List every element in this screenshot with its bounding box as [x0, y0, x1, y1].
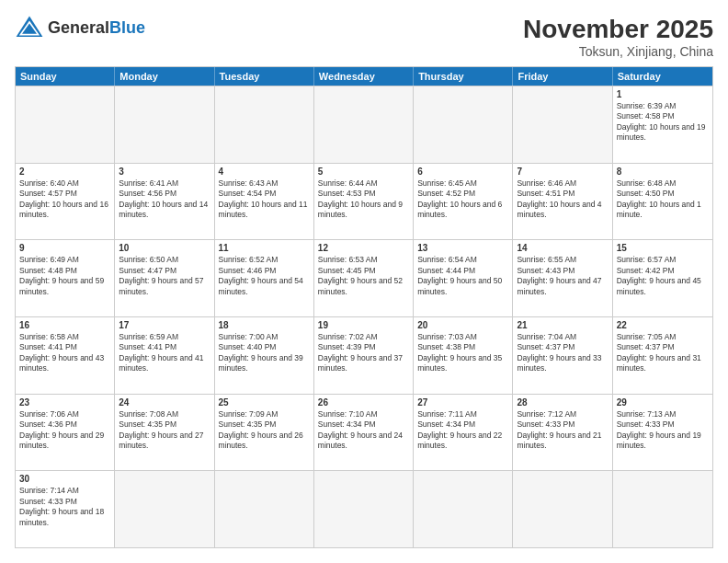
- calendar-cell: [314, 471, 414, 547]
- day-info: Sunrise: 6:49 AM Sunset: 4:48 PM Dayligh…: [19, 255, 110, 297]
- calendar-cell: [314, 86, 414, 163]
- calendar-cell: 23Sunrise: 7:06 AM Sunset: 4:36 PM Dayli…: [16, 395, 115, 471]
- calendar-cell: 15Sunrise: 6:57 AM Sunset: 4:42 PM Dayli…: [613, 240, 712, 316]
- day-info: Sunrise: 7:12 AM Sunset: 4:33 PM Dayligh…: [517, 409, 608, 452]
- day-info: Sunrise: 7:08 AM Sunset: 4:35 PM Dayligh…: [119, 409, 210, 452]
- day-number: 25: [219, 397, 310, 408]
- day-info: Sunrise: 7:13 AM Sunset: 4:33 PM Dayligh…: [617, 409, 709, 452]
- calendar-cell: 1Sunrise: 6:39 AM Sunset: 4:58 PM Daylig…: [613, 86, 712, 163]
- month-title: November 2025: [523, 15, 713, 44]
- calendar-cell: 26Sunrise: 7:10 AM Sunset: 4:34 PM Dayli…: [314, 395, 414, 471]
- day-info: Sunrise: 6:40 AM Sunset: 4:57 PM Dayligh…: [19, 178, 110, 221]
- calendar-cell: 8Sunrise: 6:48 AM Sunset: 4:50 PM Daylig…: [613, 164, 712, 240]
- calendar-row: 2Sunrise: 6:40 AM Sunset: 4:57 PM Daylig…: [16, 163, 712, 240]
- page: GeneralBlue November 2025 Toksun, Xinjia…: [0, 0, 728, 563]
- calendar-header: SundayMondayTuesdayWednesdayThursdayFrid…: [16, 67, 712, 86]
- calendar-cell: 28Sunrise: 7:12 AM Sunset: 4:33 PM Dayli…: [513, 395, 612, 471]
- day-number: 17: [119, 320, 210, 330]
- day-number: 15: [617, 243, 709, 253]
- calendar-cell: [115, 86, 214, 163]
- location-subtitle: Toksun, Xinjiang, China: [523, 44, 713, 59]
- day-number: 14: [517, 243, 608, 253]
- day-info: Sunrise: 7:00 AM Sunset: 4:40 PM Dayligh…: [219, 332, 310, 374]
- calendar-cell: 19Sunrise: 7:02 AM Sunset: 4:39 PM Dayli…: [314, 317, 414, 394]
- day-info: Sunrise: 6:44 AM Sunset: 4:53 PM Dayligh…: [318, 178, 409, 221]
- day-info: Sunrise: 7:10 AM Sunset: 4:34 PM Dayligh…: [318, 409, 409, 452]
- calendar-cell: 12Sunrise: 6:53 AM Sunset: 4:45 PM Dayli…: [314, 240, 414, 316]
- day-number: 8: [617, 167, 709, 177]
- day-info: Sunrise: 6:45 AM Sunset: 4:52 PM Dayligh…: [417, 178, 508, 221]
- day-number: 28: [517, 397, 608, 408]
- calendar-cell: 11Sunrise: 6:52 AM Sunset: 4:46 PM Dayli…: [215, 240, 314, 316]
- title-block: November 2025 Toksun, Xinjiang, China: [523, 15, 713, 59]
- calendar-cell: 9Sunrise: 6:49 AM Sunset: 4:48 PM Daylig…: [16, 240, 115, 316]
- day-number: 11: [219, 243, 310, 253]
- day-number: 22: [617, 320, 709, 330]
- day-number: 20: [417, 320, 508, 330]
- day-number: 4: [219, 167, 310, 177]
- header: GeneralBlue November 2025 Toksun, Xinjia…: [15, 15, 713, 59]
- calendar-cell: 17Sunrise: 6:59 AM Sunset: 4:41 PM Dayli…: [115, 317, 214, 394]
- day-number: 19: [318, 320, 409, 330]
- day-info: Sunrise: 6:53 AM Sunset: 4:45 PM Dayligh…: [318, 255, 409, 297]
- day-info: Sunrise: 7:06 AM Sunset: 4:36 PM Dayligh…: [19, 409, 110, 452]
- calendar-cell: [115, 471, 214, 547]
- calendar-row: 16Sunrise: 6:58 AM Sunset: 4:41 PM Dayli…: [16, 316, 712, 394]
- calendar-cell: 14Sunrise: 6:55 AM Sunset: 4:43 PM Dayli…: [513, 240, 612, 316]
- day-number: 10: [119, 243, 210, 253]
- day-of-week-sunday: Sunday: [16, 67, 115, 86]
- day-number: 24: [119, 397, 210, 408]
- day-info: Sunrise: 6:41 AM Sunset: 4:56 PM Dayligh…: [119, 178, 210, 221]
- calendar-cell: [613, 471, 712, 547]
- day-of-week-monday: Monday: [115, 67, 214, 86]
- day-info: Sunrise: 6:39 AM Sunset: 4:58 PM Dayligh…: [617, 101, 709, 144]
- day-info: Sunrise: 7:14 AM Sunset: 4:33 PM Dayligh…: [19, 486, 110, 528]
- day-info: Sunrise: 7:05 AM Sunset: 4:37 PM Dayligh…: [617, 332, 709, 374]
- day-number: 2: [19, 167, 110, 177]
- calendar-row: 1Sunrise: 6:39 AM Sunset: 4:58 PM Daylig…: [16, 86, 712, 163]
- day-info: Sunrise: 6:55 AM Sunset: 4:43 PM Dayligh…: [517, 255, 608, 297]
- day-info: Sunrise: 7:03 AM Sunset: 4:38 PM Dayligh…: [417, 332, 508, 374]
- day-info: Sunrise: 7:04 AM Sunset: 4:37 PM Dayligh…: [517, 332, 608, 374]
- day-number: 16: [19, 320, 110, 330]
- day-number: 21: [517, 320, 608, 330]
- day-of-week-wednesday: Wednesday: [314, 67, 414, 86]
- day-number: 5: [318, 167, 409, 177]
- day-info: Sunrise: 7:09 AM Sunset: 4:35 PM Dayligh…: [219, 409, 310, 452]
- logo-icon: [15, 15, 44, 40]
- calendar-cell: 29Sunrise: 7:13 AM Sunset: 4:33 PM Dayli…: [613, 395, 712, 471]
- logo: GeneralBlue: [15, 15, 145, 40]
- day-info: Sunrise: 6:46 AM Sunset: 4:51 PM Dayligh…: [517, 178, 608, 221]
- calendar-cell: 22Sunrise: 7:05 AM Sunset: 4:37 PM Dayli…: [613, 317, 712, 394]
- calendar-cell: 24Sunrise: 7:08 AM Sunset: 4:35 PM Dayli…: [115, 395, 214, 471]
- day-number: 23: [19, 397, 110, 408]
- day-info: Sunrise: 6:58 AM Sunset: 4:41 PM Dayligh…: [19, 332, 110, 374]
- day-info: Sunrise: 6:52 AM Sunset: 4:46 PM Dayligh…: [219, 255, 310, 297]
- calendar-cell: 20Sunrise: 7:03 AM Sunset: 4:38 PM Dayli…: [414, 317, 513, 394]
- calendar-cell: [414, 471, 513, 547]
- day-info: Sunrise: 6:50 AM Sunset: 4:47 PM Dayligh…: [119, 255, 210, 297]
- calendar-cell: 2Sunrise: 6:40 AM Sunset: 4:57 PM Daylig…: [16, 164, 115, 240]
- calendar-cell: [513, 86, 612, 163]
- day-number: 3: [119, 167, 210, 177]
- calendar-cell: [513, 471, 612, 547]
- calendar-cell: 16Sunrise: 6:58 AM Sunset: 4:41 PM Dayli…: [16, 317, 115, 394]
- calendar-cell: 25Sunrise: 7:09 AM Sunset: 4:35 PM Dayli…: [215, 395, 314, 471]
- calendar-row: 9Sunrise: 6:49 AM Sunset: 4:48 PM Daylig…: [16, 239, 712, 316]
- calendar-row: 30Sunrise: 7:14 AM Sunset: 4:33 PM Dayli…: [16, 470, 712, 547]
- calendar-cell: 4Sunrise: 6:43 AM Sunset: 4:54 PM Daylig…: [215, 164, 314, 240]
- calendar-cell: [414, 86, 513, 163]
- day-number: 27: [417, 397, 508, 408]
- day-info: Sunrise: 7:11 AM Sunset: 4:34 PM Dayligh…: [417, 409, 508, 452]
- day-info: Sunrise: 7:02 AM Sunset: 4:39 PM Dayligh…: [318, 332, 409, 374]
- day-number: 7: [517, 167, 608, 177]
- day-number: 30: [19, 474, 110, 484]
- calendar-cell: 18Sunrise: 7:00 AM Sunset: 4:40 PM Dayli…: [215, 317, 314, 394]
- day-number: 29: [617, 397, 709, 408]
- day-info: Sunrise: 6:57 AM Sunset: 4:42 PM Dayligh…: [617, 255, 709, 297]
- calendar-row: 23Sunrise: 7:06 AM Sunset: 4:36 PM Dayli…: [16, 394, 712, 471]
- day-number: 6: [417, 167, 508, 177]
- day-number: 18: [219, 320, 310, 330]
- logo-text: GeneralBlue: [48, 18, 145, 38]
- day-info: Sunrise: 6:43 AM Sunset: 4:54 PM Dayligh…: [219, 178, 310, 221]
